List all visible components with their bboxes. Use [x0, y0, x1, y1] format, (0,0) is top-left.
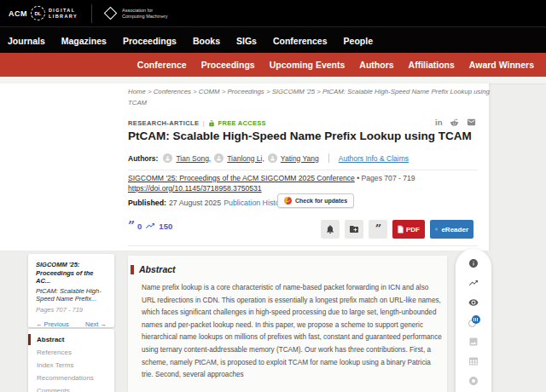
subnav-proceedings[interactable]: Proceedings — [201, 60, 255, 70]
nav-journals[interactable]: Journals — [8, 36, 45, 46]
crossmark-icon — [284, 197, 292, 205]
nav-magazines[interactable]: Magazines — [61, 36, 107, 46]
association-text: Association forComputing Machinery — [122, 8, 168, 19]
figures-icon[interactable] — [468, 336, 479, 347]
acm-dl-logo[interactable]: ACM DL DIGITALLIBRARY — [9, 6, 78, 20]
divider — [128, 170, 478, 170]
authors-row: Authors: Tian Song, Tianlong Li, Yating … — [128, 153, 409, 163]
sidebar-item-index-terms[interactable]: Index Terms — [28, 359, 114, 372]
conference-subnav: Conference Proceedings Upcoming Events A… — [0, 53, 546, 77]
ereader-button[interactable]: eReader — [430, 220, 473, 239]
primary-nav: Journals Magazines Proceedings Books SIG… — [0, 26, 546, 54]
nav-people[interactable]: People — [344, 36, 373, 46]
tables-icon[interactable] — [468, 355, 479, 366]
venue-link[interactable]: SIGCOMM '25: Proceedings of the ACM SIGC… — [128, 174, 355, 182]
altmetric-badge-icon[interactable] — [468, 316, 479, 327]
arrow-right-icon: → — [101, 320, 107, 328]
check-for-updates-button[interactable]: Check for updates — [277, 193, 354, 208]
article-title: PtCAM: Scalable High-Speed Name Prefix L… — [128, 130, 472, 142]
article-type-label: RESEARCH-ARTICLE — [128, 119, 199, 127]
authors-divider — [328, 153, 329, 163]
authors-info-claims-link[interactable]: Authors Info & Claims — [339, 154, 409, 163]
context-venue-title[interactable]: SIGCOMM '25: Proceedings of the AC... — [36, 261, 107, 285]
reddit-share-icon[interactable] — [450, 118, 459, 127]
published-row: Published: 27 August 2025 Publication Hi… — [128, 199, 286, 207]
article-section-nav: Abstract References Index Terms Recommen… — [28, 329, 114, 392]
nav-sigs[interactable]: SIGs — [236, 36, 257, 46]
divider — [128, 245, 478, 246]
venue-row: SIGCOMM '25: Proceedings of the ACM SIGC… — [128, 174, 415, 182]
acm-logo-text: ACM — [9, 9, 27, 18]
open-lock-icon — [208, 120, 215, 127]
section-accent-bar — [131, 265, 134, 274]
nav-proceedings[interactable]: Proceedings — [123, 36, 177, 46]
add-to-collection-button[interactable] — [345, 220, 363, 239]
logo-divider — [91, 4, 92, 23]
cite-quote-icon: ” — [375, 226, 380, 233]
subnav-upcoming-events[interactable]: Upcoming Events — [270, 60, 346, 70]
author-link-yating-yang[interactable]: Yating Yang — [281, 154, 319, 163]
arrow-left-icon: ← — [36, 320, 43, 328]
info-icon[interactable] — [468, 257, 479, 268]
abstract-heading: Abstract — [139, 264, 176, 274]
breadcrumb-sigcomm-25[interactable]: SIGCOMM '25 — [264, 88, 315, 95]
pages-label: Pages 707 - 719 — [362, 174, 415, 182]
bullet-separator: • — [357, 174, 359, 182]
sidebar-item-abstract[interactable]: Abstract — [28, 333, 114, 346]
acm-association-logo[interactable]: Association forComputing Machinery — [104, 8, 168, 19]
breadcrumb-comm[interactable]: COMM — [191, 88, 220, 95]
downloads-trend-icon — [145, 221, 155, 231]
cite-button[interactable]: ” — [369, 220, 387, 239]
email-share-icon[interactable] — [467, 118, 476, 127]
digital-library-text: DIGITALLIBRARY — [49, 8, 78, 20]
nav-books[interactable]: Books — [193, 36, 220, 46]
altmetric-count-badge — [472, 315, 480, 324]
media-icon[interactable] — [468, 375, 479, 386]
breadcrumb-home[interactable]: Home — [128, 88, 146, 95]
prev-next-nav: ← Previous Next → — [36, 320, 107, 328]
sidebar-item-comments[interactable]: Comments — [28, 384, 114, 392]
context-paper-title: PtCAM: Scalable High-Speed Name Prefix..… — [36, 287, 107, 303]
author-link-tianlong-li[interactable]: Tianlong Li, — [227, 154, 264, 163]
author-avatar — [214, 153, 224, 163]
published-label: Published: — [128, 199, 166, 207]
nav-conferences[interactable]: Conferences — [273, 36, 328, 46]
pdf-button[interactable]: PDF — [392, 220, 425, 239]
breadcrumb-conferences[interactable]: Conferences — [146, 88, 191, 95]
author-avatar — [268, 153, 277, 163]
breadcrumb-proceedings[interactable]: Proceedings — [220, 88, 264, 95]
citation-quote-icon: ” — [128, 222, 134, 230]
logo-row: ACM DL DIGITALLIBRARY Association forCom… — [0, 0, 546, 26]
acm-dl-article-page: ACM DL DIGITALLIBRARY Association forCom… — [0, 0, 546, 392]
abstract-heading-row: Abstract — [131, 264, 176, 274]
next-paper-link[interactable]: Next → — [85, 320, 107, 328]
subnav-award-winners[interactable]: Award Winners — [469, 60, 534, 70]
doi-link[interactable]: https://doi.org/10.1145/3718958.3750531 — [128, 184, 262, 193]
abstract-text: Name prefix lookup is a core characteris… — [142, 282, 442, 382]
pdf-file-icon — [398, 225, 404, 233]
author-avatar — [163, 153, 172, 163]
linkedin-share-icon[interactable]: in — [435, 118, 442, 127]
citation-count: 0 — [137, 222, 142, 231]
alerts-bell-button[interactable] — [321, 220, 340, 239]
social-share-row: in — [435, 118, 476, 127]
subnav-affiliations[interactable]: Affiliations — [409, 60, 455, 70]
free-access-label: FREE ACCESS — [218, 119, 266, 127]
sidebar-item-references[interactable]: References — [28, 346, 114, 359]
acm-diamond-icon — [104, 7, 118, 20]
abstract-section: Abstract Name prefix lookup is a core ch… — [128, 256, 447, 392]
author-link-tian-song[interactable]: Tian Song, — [176, 154, 211, 163]
proceedings-context-card: SIGCOMM '25: Proceedings of the AC... Pt… — [28, 254, 114, 327]
published-date: 27 August 2025 — [169, 199, 221, 207]
dl-gear-icon: DL — [31, 6, 45, 20]
breadcrumb: HomeConferencesCOMMProceedingsSIGCOMM '2… — [128, 87, 508, 108]
subnav-conference[interactable]: Conference — [137, 60, 187, 70]
previous-paper-link[interactable]: ← Previous — [36, 320, 69, 328]
metrics-icon[interactable] — [468, 277, 479, 288]
eye-icon[interactable] — [468, 297, 479, 308]
authors-label: Authors: — [128, 154, 158, 163]
sidebar-item-recommendations[interactable]: Recommendations — [28, 372, 114, 384]
context-pages: Pages 707 - 719 — [36, 306, 107, 314]
subnav-authors[interactable]: Authors — [359, 60, 393, 70]
doi-row: https://doi.org/10.1145/3718958.3750531 — [128, 184, 262, 193]
